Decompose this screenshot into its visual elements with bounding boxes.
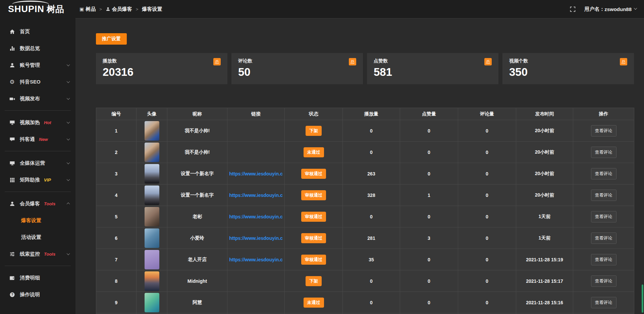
sidebar-item-consumption-detail[interactable]: 消费明细 xyxy=(0,269,75,286)
sidebar-item-matrix-boost[interactable]: 矩阵助推VIP xyxy=(0,171,75,188)
cell-link: https://www.iesdouyin.c xyxy=(227,227,285,249)
sidebar-item-label: 抖音SEO xyxy=(20,79,41,85)
sidebar: SHUPIN 树品 首页数据总览账号管理⚙抖音SEO视频发布视频加热Hot抖客通… xyxy=(0,0,75,314)
sidebar-item-activity-settings[interactable]: 活动设置 xyxy=(0,229,75,246)
column-header: 编号 xyxy=(96,108,137,120)
cell-plays: 0 xyxy=(343,120,400,142)
sidebar-item-video-heat[interactable]: 视频加热Hot xyxy=(0,114,75,131)
breadcrumb-item[interactable]: ▣树品 xyxy=(79,6,96,12)
sidebar-item-member-baoke[interactable]: 会员爆客Tools xyxy=(0,195,75,212)
cell-link xyxy=(227,142,285,163)
cell-avatar xyxy=(137,206,167,227)
chevron-down-icon xyxy=(67,161,70,164)
sidebar-item-badge: Tools xyxy=(44,201,55,206)
cell-action: 查看评论 xyxy=(573,227,634,249)
stat-card: 播放数总20316 xyxy=(96,53,227,84)
table-row: 4设置一个新名字https://www.iesdouyin.c审核通过32810… xyxy=(96,185,634,206)
bar-chart-icon xyxy=(9,46,15,51)
fullscreen-icon[interactable] xyxy=(570,6,576,12)
cell-status: 下架 xyxy=(285,120,343,142)
cell-nickname: 阿慧 xyxy=(167,292,227,313)
chevron-down-icon xyxy=(67,63,70,66)
breadcrumb-label: 会员爆客 xyxy=(112,6,132,12)
cell-link: https://www.iesdouyin.c xyxy=(227,185,285,206)
sidebar-item-label: 线索监控 xyxy=(20,251,40,257)
video-link[interactable]: https://www.iesdouyin.c xyxy=(229,171,283,176)
avatar xyxy=(145,164,159,184)
video-link[interactable]: https://www.iesdouyin.c xyxy=(229,235,283,241)
app-logo[interactable]: SHUPIN 树品 xyxy=(0,0,75,18)
cell-time: 2021-11-28 15:19 xyxy=(516,249,573,270)
column-header: 评论量 xyxy=(458,108,516,120)
cell-time: 1天前 xyxy=(516,227,573,249)
username-menu[interactable]: 用户名：zswodun88 xyxy=(584,6,637,12)
promo-settings-button[interactable]: 推广设置 xyxy=(96,33,127,45)
cell-nickname: 我不是小帅! xyxy=(167,142,227,163)
column-header: 发布时间 xyxy=(516,108,573,120)
cell-avatar xyxy=(137,249,167,270)
dashboard-icon: ▣ xyxy=(79,7,84,11)
sidebar-item-operation-guide[interactable]: ?操作说明 xyxy=(0,286,75,303)
cell-action: 查看评论 xyxy=(573,185,634,206)
cell-status: 审核通过 xyxy=(285,227,343,249)
chevron-down-icon xyxy=(67,120,70,124)
sidebar-item-badge: Hot xyxy=(44,120,51,125)
stat-label: 视频个数 xyxy=(509,58,528,64)
cell-avatar xyxy=(137,270,167,292)
cell-time: 20小时前 xyxy=(516,185,573,206)
cell-time: 2021-11-28 15:16 xyxy=(516,292,573,313)
sidebar-item-data-overview[interactable]: 数据总览 xyxy=(0,40,75,57)
cell-action: 查看评论 xyxy=(573,249,634,270)
cell-comments: 0 xyxy=(458,163,516,185)
cell-likes: 0 xyxy=(400,120,458,142)
view-comments-button[interactable]: 查看评论 xyxy=(591,254,616,265)
video-link[interactable]: https://www.iesdouyin.c xyxy=(229,214,283,219)
sidebar-item-label: 操作说明 xyxy=(20,292,40,298)
video-link[interactable]: https://www.iesdouyin.c xyxy=(229,193,283,198)
cell-action: 查看评论 xyxy=(573,292,634,313)
sidebar-item-video-publish[interactable]: 视频发布 xyxy=(0,90,75,107)
cell-comments: 0 xyxy=(458,292,516,313)
scrollbar-thumb[interactable] xyxy=(642,284,643,313)
view-comments-button[interactable]: 查看评论 xyxy=(591,125,616,137)
breadcrumb-item[interactable]: 爆客设置 xyxy=(142,6,162,12)
sidebar-item-clue-monitor[interactable]: 线索监控Tools xyxy=(0,246,75,262)
sidebar-item-label: 矩阵助推 xyxy=(20,177,40,183)
view-comments-button[interactable]: 查看评论 xyxy=(591,232,616,244)
sidebar-item-account-management[interactable]: 账号管理 xyxy=(0,57,75,73)
member-icon xyxy=(9,201,15,207)
cell-likes: 1 xyxy=(400,185,458,206)
status-badge: 审核通过 xyxy=(301,255,326,265)
cell-id: 9 xyxy=(96,292,137,313)
main-content: 推广设置 播放数总20316评论数总50点赞数总581视频个数总350 编号头像… xyxy=(75,18,644,314)
avatar xyxy=(145,293,159,312)
table-row: 9阿慧未通过0002021-11-28 15:16查看评论 xyxy=(96,292,634,313)
status-badge: 未通过 xyxy=(304,147,324,157)
view-comments-button[interactable]: 查看评论 xyxy=(591,297,616,308)
view-comments-button[interactable]: 查看评论 xyxy=(591,147,616,158)
cell-comments: 0 xyxy=(458,120,516,142)
status-badge: 未通过 xyxy=(304,298,324,308)
video-link[interactable]: https://www.iesdouyin.c xyxy=(229,257,283,262)
table-row: 7老人开店https://www.iesdouyin.c审核通过35002021… xyxy=(96,249,634,270)
avatar xyxy=(145,271,159,291)
logo-arc-decoration xyxy=(12,1,49,8)
sidebar-item-doukotong[interactable]: 抖客通New xyxy=(0,131,75,148)
cell-status: 审核通过 xyxy=(285,249,343,270)
sidebar-item-home[interactable]: 首页 xyxy=(0,23,75,40)
view-comments-button[interactable]: 查看评论 xyxy=(591,168,616,179)
gear-icon: ⚙ xyxy=(9,79,15,85)
view-comments-button[interactable]: 查看评论 xyxy=(591,211,616,222)
avatar xyxy=(145,228,159,248)
sidebar-item-media-operation[interactable]: 全媒体运营 xyxy=(0,155,75,171)
cell-link xyxy=(227,292,285,313)
sidebar-item-baoke-settings[interactable]: 爆客设置 xyxy=(0,212,75,229)
total-badge: 总 xyxy=(349,58,356,65)
view-comments-button[interactable]: 查看评论 xyxy=(591,190,616,201)
table-row: 3设置一个新名字https://www.iesdouyin.c审核通过26300… xyxy=(96,163,634,185)
breadcrumb-item[interactable]: 会员爆客 xyxy=(106,6,132,12)
column-header: 状态 xyxy=(285,108,343,120)
sidebar-item-douyin-seo[interactable]: ⚙抖音SEO xyxy=(0,73,75,90)
total-badge: 总 xyxy=(620,58,627,65)
view-comments-button[interactable]: 查看评论 xyxy=(591,275,616,287)
